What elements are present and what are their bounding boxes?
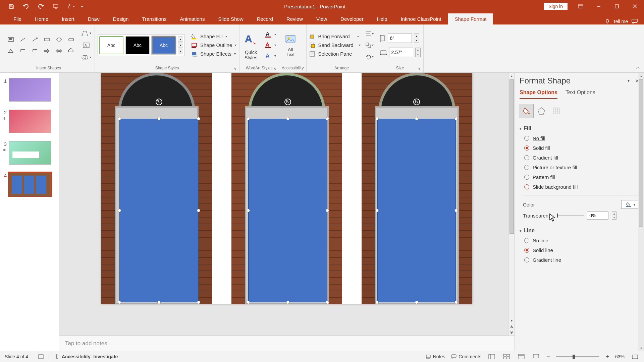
notes-toggle[interactable]: Notes [426, 354, 445, 359]
radio-solid-line[interactable]: Solid line [524, 247, 644, 253]
group-button[interactable]: ▾ [365, 41, 374, 50]
text-outline-button[interactable]: A▾ [264, 41, 276, 50]
blue-rect-1[interactable] [119, 119, 199, 302]
send-backward-button[interactable]: Send Backward▾ [309, 42, 360, 48]
close-button[interactable] [626, 0, 644, 13]
tab-record[interactable]: Record [250, 13, 279, 24]
radio-no-line[interactable]: No line [524, 238, 644, 243]
quick-styles-button[interactable]: A Quick Styles [242, 30, 260, 60]
selection-handle[interactable] [247, 301, 250, 304]
rotate-handle[interactable] [413, 99, 420, 105]
text-effects-button[interactable]: A▾ [264, 52, 276, 60]
width-field[interactable]: ▴▾ [380, 48, 421, 57]
comments-button[interactable] [631, 18, 638, 24]
width-spinner[interactable]: ▴▾ [415, 48, 421, 57]
canvas-vertical-scrollbar[interactable]: ▴ ▾ ⮝ ⮟ [508, 73, 515, 336]
scroll-down-button[interactable]: ▾ [509, 317, 515, 323]
tab-insert[interactable]: Insert [55, 13, 81, 24]
tab-file[interactable]: File [7, 13, 28, 24]
blue-rect-3[interactable] [377, 119, 456, 302]
selection-handle[interactable] [375, 117, 379, 120]
transparency-spinner[interactable]: ▴▾ [612, 212, 616, 220]
shape-triangle-icon[interactable] [5, 46, 16, 56]
tab-transitions[interactable]: Transitions [135, 13, 173, 24]
text-box-button[interactable]: A [80, 40, 92, 50]
maximize-button[interactable] [608, 0, 626, 13]
touch-mode-button[interactable]: ▾ [63, 0, 78, 13]
shape-oval-icon[interactable] [54, 35, 64, 45]
tab-animations[interactable]: Animations [173, 13, 211, 24]
selection-handle[interactable] [286, 301, 289, 304]
selection-handle[interactable] [375, 209, 379, 212]
zoom-slider[interactable] [556, 356, 599, 357]
rotate-handle[interactable] [156, 99, 162, 105]
tab-developer[interactable]: Developer [334, 13, 370, 24]
alt-text-button[interactable]: Alt Text [282, 34, 299, 57]
tab-design[interactable]: Design [106, 13, 136, 24]
selection-handle[interactable] [375, 301, 379, 304]
ribbon-display-button[interactable] [572, 0, 590, 13]
save-button[interactable] [4, 0, 19, 13]
style-swatch-3-selected[interactable]: Abc [152, 36, 176, 54]
transparency-slider[interactable] [557, 215, 584, 216]
style-swatch-1[interactable]: Abc [99, 36, 123, 54]
selection-handle[interactable] [157, 117, 161, 120]
pane-options-button[interactable]: ▾ [628, 78, 630, 83]
slideshow-view-button[interactable] [532, 353, 540, 360]
radio-gradient-line[interactable]: Gradient line [524, 257, 644, 263]
wordart-dialog-launcher[interactable]: ⬊ [273, 67, 276, 70]
comments-toggle[interactable]: Comments [451, 354, 481, 359]
tab-help[interactable]: Help [370, 13, 394, 24]
shape-rounded-rect-icon[interactable] [66, 35, 76, 45]
shape-gallery[interactable] [5, 35, 76, 56]
shape-effects-button[interactable]: Shape Effects▾ [191, 51, 236, 57]
line-section-header[interactable]: ▾Line [520, 225, 644, 236]
present-button[interactable] [48, 0, 63, 13]
shape-outline-button[interactable]: Shape Outline▾ [191, 42, 236, 48]
effects-icon[interactable] [534, 104, 548, 118]
tab-slideshow[interactable]: Slide Show [211, 13, 250, 24]
rotate-handle[interactable] [284, 99, 291, 105]
thumb-slide-4[interactable]: 4 [0, 171, 59, 203]
merge-shapes-button[interactable]: ▾ [80, 52, 92, 62]
selection-handle[interactable] [118, 301, 121, 304]
shape-textbox-icon[interactable] [5, 35, 16, 45]
fill-line-icon[interactable] [520, 104, 534, 118]
fill-color-button[interactable]: ▾ [621, 200, 639, 209]
shape-line-icon[interactable] [17, 35, 28, 45]
radio-pattern-fill[interactable]: Pattern fill [524, 174, 644, 180]
qat-customize-button[interactable]: ▾ [78, 0, 86, 13]
tab-review[interactable]: Review [280, 13, 310, 24]
slide-indicator[interactable]: Slide 4 of 4 [5, 354, 28, 359]
height-spinner[interactable]: ▴▾ [414, 34, 419, 43]
selection-handle[interactable] [197, 209, 200, 212]
sorter-view-button[interactable] [502, 353, 511, 360]
notes-placeholder[interactable]: Tap to add notes [59, 336, 515, 351]
prev-slide-button[interactable]: ⮝ [509, 323, 515, 329]
zoom-out-button[interactable]: − [546, 353, 550, 360]
tell-me-button[interactable]: Tell me [604, 18, 628, 24]
language-button[interactable] [38, 354, 44, 359]
selection-handle[interactable] [118, 209, 121, 212]
selection-handle[interactable] [415, 301, 418, 304]
pane-tab-text-options[interactable]: Text Options [566, 89, 595, 99]
blue-rect-2[interactable] [248, 119, 327, 302]
selection-handle[interactable] [286, 117, 289, 120]
height-input[interactable] [388, 34, 412, 43]
bring-forward-button[interactable]: Bring Forward▾ [309, 34, 360, 40]
thumb-slide-3[interactable]: 3✱ [0, 140, 59, 171]
text-fill-button[interactable]: A▾ [264, 30, 276, 39]
selection-handle[interactable] [454, 301, 458, 304]
tab-home[interactable]: Home [28, 13, 55, 24]
shape-rectangle-icon[interactable] [42, 35, 52, 45]
radio-slide-bg-fill[interactable]: Slide background fill [524, 184, 644, 190]
tab-classpoint[interactable]: Inknoe ClassPoint [394, 13, 448, 24]
selection-handle[interactable] [197, 117, 200, 120]
thumb-slide-1[interactable]: 1 [0, 77, 59, 108]
selection-handle[interactable] [454, 117, 458, 120]
tab-draw[interactable]: Draw [81, 13, 106, 24]
shape-fill-button[interactable]: Shape Fill▾ [191, 34, 236, 40]
shape-block-arrow-icon[interactable] [42, 46, 52, 56]
selection-handle[interactable] [157, 301, 161, 304]
style-gallery-scroll[interactable]: ▴▾▾ [178, 37, 183, 54]
